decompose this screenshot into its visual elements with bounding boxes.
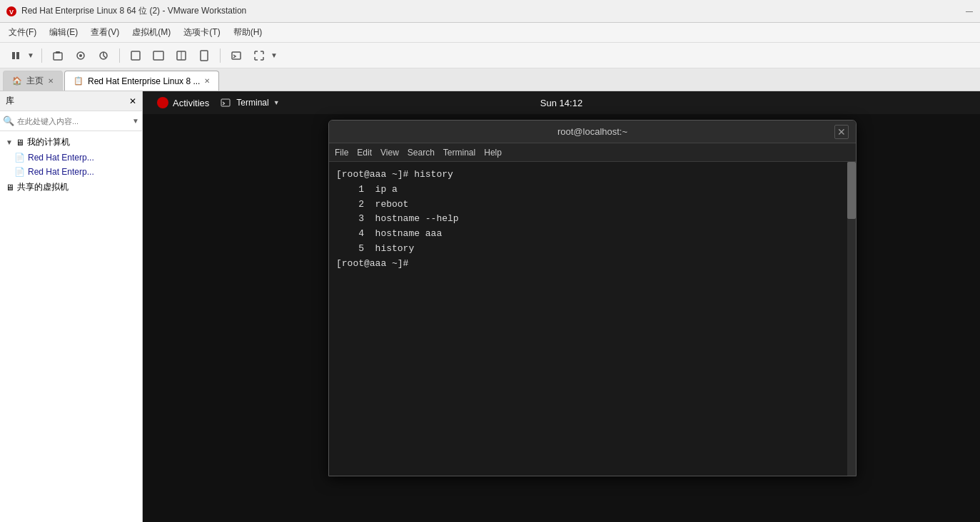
sidebar-title: 库 (6, 95, 14, 107)
tree-label-rhel1: Red Hat Enterp... (28, 153, 94, 163)
vmware-tabbar: 🏠 主页 ✕ 📋 Red Hat Enterprise Linux 8 ... … (0, 68, 980, 91)
terminal-scroll-thumb[interactable] (847, 162, 856, 219)
svg-rect-5 (56, 51, 60, 53)
vm-icon-2: 📄 (14, 167, 25, 177)
svg-point-7 (79, 54, 82, 57)
rhel-activities-label: Activities (173, 98, 209, 108)
main-area: 库 ✕ 🔍 ▼ ▼ 🖥 我的计算机 📄 Red Hat Enterp... 📄 … (0, 91, 980, 522)
menu-help[interactable]: 帮助(H) (228, 24, 268, 41)
view3-button[interactable] (171, 46, 191, 66)
svg-rect-9 (131, 51, 140, 60)
view4-button[interactable] (194, 46, 214, 66)
menu-view[interactable]: 查看(V) (85, 24, 125, 41)
rhel-terminal-button[interactable]: Terminal ▼ (215, 96, 285, 109)
toolbar-separator-2 (119, 48, 120, 63)
snapshot2-button[interactable] (71, 46, 91, 66)
terminal-menu-edit[interactable]: Edit (357, 148, 372, 158)
svg-point-15 (160, 100, 166, 106)
rhel-tab-icon: 📋 (74, 76, 84, 86)
tab-home-close[interactable]: ✕ (48, 77, 54, 85)
tab-rhel-close[interactable]: ✕ (204, 77, 210, 85)
sidebar-search-bar[interactable]: 🔍 ▼ (0, 111, 142, 131)
sidebar-item-rhel1[interactable]: 📄 Red Hat Enterp... (0, 150, 142, 165)
terminal-menu-search[interactable]: Search (408, 148, 435, 158)
svg-rect-2 (12, 52, 15, 59)
terminal-line-6: [root@aaa ~]# (336, 257, 849, 272)
search-dropdown-icon[interactable]: ▼ (132, 117, 139, 125)
window-controls[interactable]: — (964, 6, 974, 16)
svg-text:V: V (9, 9, 14, 16)
sidebar-header: 库 ✕ (0, 91, 142, 111)
menu-vm[interactable]: 虚拟机(M) (126, 24, 176, 41)
app-title: Red Hat Enterprise Linux 8 64 位 (2) - VM… (21, 5, 974, 17)
rhel-terminal-label: Terminal (236, 98, 268, 108)
tab-rhel-label: Red Hat Enterprise Linux 8 ... (88, 76, 200, 86)
vm-content: Activities Terminal ▼ Sun 14:12 root@loc… (143, 91, 980, 522)
fullscreen-dropdown[interactable]: ▼ (269, 46, 279, 66)
terminal-button[interactable] (226, 46, 246, 66)
fullscreen-button[interactable] (249, 46, 269, 66)
vmware-menubar: 文件(F) 编辑(E) 查看(V) 虚拟机(M) 选项卡(T) 帮助(H) (0, 23, 980, 43)
tab-home[interactable]: 🏠 主页 ✕ (3, 71, 63, 91)
svg-rect-16 (221, 99, 230, 106)
snapshot-button[interactable] (48, 46, 68, 66)
terminal-line-4: 4 hostname aaa (336, 227, 849, 242)
rhel-topbar: Activities Terminal ▼ Sun 14:12 (143, 91, 980, 114)
terminal-close-button[interactable]: ✕ (834, 125, 849, 139)
terminal-menubar: File Edit View Search Terminal Help (329, 143, 856, 162)
terminal-line-3: 3 hostname --help (336, 212, 849, 227)
home-icon: 🏠 (12, 76, 22, 86)
sidebar-item-shared-vm[interactable]: 🖥 共享的虚拟机 (0, 179, 142, 195)
rhel-clock: Sun 14:12 (540, 98, 582, 108)
svg-rect-13 (201, 51, 208, 61)
sidebar-close-button[interactable]: ✕ (129, 96, 136, 106)
snapshot3-button[interactable] (94, 46, 113, 66)
menu-edit[interactable]: 编辑(E) (44, 24, 84, 41)
tree-label-rhel2: Red Hat Enterp... (28, 167, 94, 177)
terminal-line-2: 2 reboot (336, 198, 849, 213)
view2-button[interactable] (148, 46, 168, 66)
rhel-activities-button[interactable]: Activities (151, 94, 215, 111)
svg-rect-10 (153, 51, 163, 60)
terminal-title: root@localhost:~ (557, 126, 627, 137)
toolbar-separator-1 (41, 48, 42, 63)
toolbar-separator-3 (220, 48, 221, 63)
terminal-titlebar: root@localhost:~ ✕ (329, 121, 856, 143)
fullscreen-btn-group[interactable]: ▼ (249, 46, 279, 66)
terminal-menu-view[interactable]: View (380, 148, 399, 158)
tree-label-shared-vm: 共享的虚拟机 (17, 181, 69, 193)
search-input[interactable] (17, 117, 129, 126)
expand-icon: ▼ (6, 138, 13, 146)
sidebar-item-my-computer[interactable]: ▼ 🖥 我的计算机 (0, 134, 142, 150)
tab-rhel[interactable]: 📋 Red Hat Enterprise Linux 8 ... ✕ (64, 71, 219, 91)
terminal-line-0: [root@aaa ~]# history (336, 168, 849, 183)
terminal-scrollbar[interactable] (847, 162, 856, 476)
search-icon: 🔍 (3, 116, 14, 126)
sidebar-tree: ▼ 🖥 我的计算机 📄 Red Hat Enterp... 📄 Red Hat … (0, 131, 142, 522)
rhel-logo (157, 97, 168, 108)
terminal-menu-help[interactable]: Help (484, 148, 502, 158)
sidebar: 库 ✕ 🔍 ▼ ▼ 🖥 我的计算机 📄 Red Hat Enterp... 📄 … (0, 91, 143, 522)
terminal-window: root@localhost:~ ✕ File Edit View Search… (328, 120, 857, 476)
vm-icon-1: 📄 (14, 153, 25, 163)
menu-tab[interactable]: 选项卡(T) (178, 24, 226, 41)
vmware-toolbar: ▼ (0, 43, 980, 68)
minimize-button[interactable]: — (964, 6, 974, 16)
tab-home-label: 主页 (26, 75, 44, 87)
pause-button[interactable] (6, 46, 26, 66)
pause-btn-group[interactable]: ▼ (6, 46, 36, 66)
menu-file[interactable]: 文件(F) (3, 24, 42, 41)
terminal-menu-file[interactable]: File (335, 148, 348, 158)
view1-button[interactable] (126, 46, 146, 66)
terminal-body[interactable]: [root@aaa ~]# history 1 ip a 2 reboot 3 … (329, 162, 856, 476)
tree-label-my-computer: 我的计算机 (27, 136, 70, 148)
terminal-menu-terminal[interactable]: Terminal (443, 148, 475, 158)
svg-rect-14 (232, 52, 241, 59)
svg-rect-3 (16, 52, 19, 59)
terminal-line-5: 5 history (336, 242, 849, 257)
sidebar-item-rhel2[interactable]: 📄 Red Hat Enterp... (0, 165, 142, 179)
pause-dropdown[interactable]: ▼ (26, 46, 36, 66)
terminal-line-1: 1 ip a (336, 183, 849, 198)
vmware-titlebar: V Red Hat Enterprise Linux 8 64 位 (2) - … (0, 0, 980, 23)
computer-icon: 🖥 (16, 138, 24, 148)
